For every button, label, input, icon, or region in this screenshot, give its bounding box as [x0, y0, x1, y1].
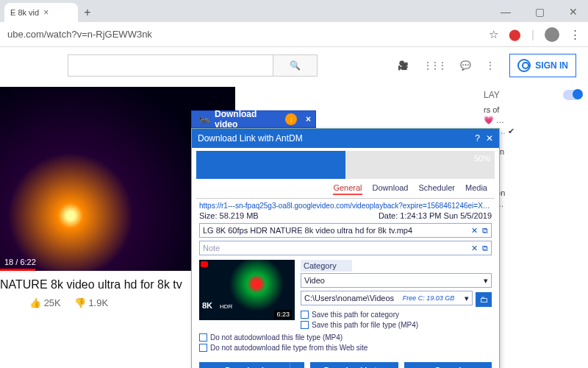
tab-media[interactable]: Media [465, 183, 487, 195]
youtube-icon [201, 261, 208, 267]
person-icon [517, 59, 531, 72]
browse-folder-button[interactable]: 🗀 [476, 292, 492, 307]
thumbnail-duration: 6:23 [274, 310, 292, 319]
chevron-down-icon: ▾ [465, 294, 469, 303]
address-bar: ube.com/watch?v=n-RjGEWW3nk ☆ ⬤ | ⋮ [0, 22, 588, 47]
checkbox-save-path-category[interactable]: Save this path for category [301, 311, 492, 319]
window-minimize-button[interactable]: — [495, 6, 516, 18]
dialog-title: Download Link with AntDM [198, 133, 303, 144]
sign-in-button[interactable]: SIGN IN [509, 54, 576, 77]
tab-scheduler[interactable]: Scheduler [418, 183, 455, 195]
window-maximize-button[interactable]: ▢ [529, 6, 550, 18]
note-field[interactable]: Note ✕⧉ [199, 241, 492, 255]
dialog-tabs: General Download Scheduler Media [196, 180, 495, 199]
folder-icon: 🗀 [480, 295, 488, 304]
settings-menu-icon[interactable]: ⋮ [486, 60, 495, 71]
account-icon[interactable] [545, 27, 559, 42]
browser-menu-icon[interactable]: ⋮ [570, 28, 581, 41]
autoplay-toggle[interactable] [563, 90, 582, 100]
browser-tabstrip: E 8k vid × + — ▢ ✕ [0, 0, 588, 22]
search-box: 🔍 [68, 54, 318, 77]
tab-title: E 8k vid [10, 8, 39, 17]
search-input[interactable] [68, 55, 273, 76]
youtube-header: 🔍 🎥 ⋮⋮⋮ 💬 ⋮ SIGN IN [0, 47, 588, 84]
like-button[interactable]: 👍 25K [29, 297, 61, 308]
browser-tab[interactable]: E 8k vid × [4, 3, 78, 22]
extension-icon[interactable]: ⬤ [509, 28, 521, 41]
tab-download[interactable]: Download [373, 183, 409, 195]
video-thumbnail: 8K HDR 6:23 [199, 260, 295, 320]
category-label: Category [301, 260, 352, 272]
clear-icon[interactable]: ✕ [471, 244, 478, 253]
autoplay-label: LAY [484, 90, 500, 100]
free-space-label: Free C: 19.03 GB [403, 294, 456, 302]
download-later-button[interactable]: Download Later [310, 362, 398, 368]
file-date-label: Date: 1:24:13 PM Sun 5/5/2019 [379, 211, 492, 220]
progress-preview: 50% [196, 151, 495, 179]
help-icon[interactable]: ? [475, 133, 480, 144]
source-url[interactable]: https://r1---sn-fpaq25g3-oa8l.googlevide… [199, 202, 492, 210]
dialog-titlebar: Download Link with AntDM ? ✕ [192, 129, 499, 148]
copy-icon[interactable]: ⧉ [482, 244, 488, 253]
download-bar-label: Download video [215, 109, 281, 130]
file-size-label: Size: 58.219 MB [199, 211, 259, 220]
download-button[interactable]: Download [199, 362, 290, 368]
antdm-dialog: Download Link with AntDM ? ✕ 50% General… [191, 128, 500, 368]
url-field[interactable]: ube.com/watch?v=n-RjGEWW3nk [7, 29, 481, 40]
search-icon: 🔍 [290, 60, 301, 71]
progress-percent: 50% [474, 154, 490, 163]
copy-icon[interactable]: ⧉ [482, 226, 488, 236]
bookmark-star-icon[interactable]: ☆ [489, 28, 498, 41]
sign-in-label: SIGN IN [535, 60, 568, 71]
checkbox-no-autodownload-type[interactable]: Do not autodownload this file type (MP4) [199, 333, 492, 342]
clear-icon[interactable]: ✕ [471, 226, 478, 236]
download-video-bar[interactable]: 🐜 Download video ↓ × [191, 110, 316, 128]
tab-general[interactable]: General [333, 183, 362, 195]
filename-field[interactable]: LG 8K 60fps HDR NATURE 8k video ultra hd… [199, 223, 492, 238]
apps-grid-icon[interactable]: ⋮⋮⋮ [423, 60, 445, 71]
search-button[interactable]: 🔍 [273, 55, 317, 76]
cancel-button[interactable]: Cancel [404, 362, 492, 368]
checkbox-save-path-filetype[interactable]: Save this path for file type (MP4) [301, 321, 492, 329]
new-tab-button[interactable]: + [78, 3, 97, 22]
hdr-badge: HDR [220, 303, 232, 310]
close-icon[interactable]: ✕ [486, 133, 493, 144]
playback-time: 18 / 6:22 [4, 258, 36, 266]
window-close-button[interactable]: ✕ [563, 6, 584, 18]
save-path-field[interactable]: C:\Users\noname\Videos Free C: 19.03 GB … [301, 291, 473, 305]
chevron-down-icon: ▾ [484, 276, 488, 286]
checkbox-no-autodownload-site[interactable]: Do not autodownload file type from this … [199, 344, 492, 352]
download-indicator-icon: ↓ [285, 113, 297, 125]
dislike-button[interactable]: 👎 1.9K [74, 297, 108, 308]
close-icon[interactable]: × [43, 7, 49, 18]
dialog-buttons: Download ▾ Download Later Cancel [192, 358, 499, 368]
resolution-badge: 8K [202, 301, 212, 310]
messages-icon[interactable]: 💬 [460, 60, 471, 71]
close-icon[interactable]: × [301, 114, 315, 124]
download-dropdown-button[interactable]: ▾ [290, 362, 304, 368]
create-video-icon[interactable]: 🎥 [398, 60, 409, 71]
progress-bar[interactable] [0, 269, 35, 271]
category-select[interactable]: Video ▾ [301, 273, 492, 288]
